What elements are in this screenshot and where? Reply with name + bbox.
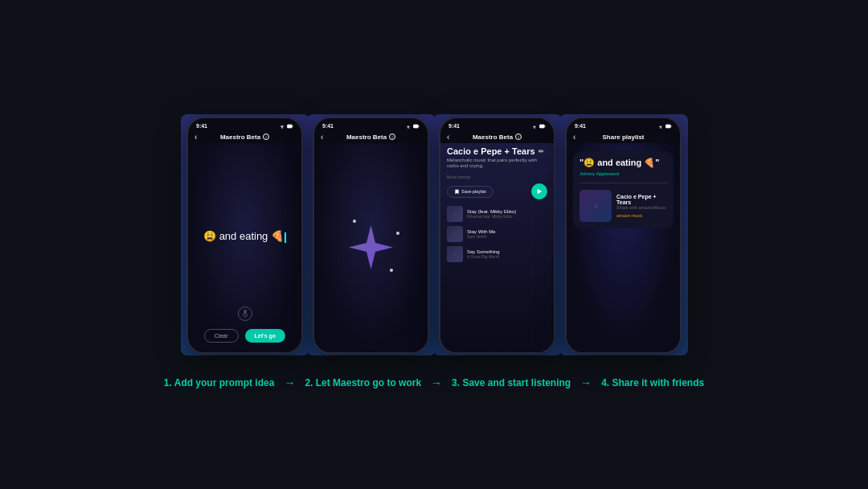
track-thumb-3: ♪ [447, 246, 463, 262]
phone-1-prompt: 😩 and eating 🍕 [203, 230, 286, 242]
save-playlist-button[interactable]: Save playlist [447, 186, 493, 198]
phone-1-time: 9:41 [196, 123, 207, 129]
phone-4-time: 9:41 [575, 123, 586, 129]
battery-icon-3 [539, 123, 546, 129]
sparkle-star [349, 225, 393, 269]
playlist-desc: Melancholic music that pairs perfectly w… [447, 158, 547, 171]
battery-icon [287, 123, 293, 129]
battery-icon-2 [413, 123, 420, 129]
phone-4-nav: ‹ Share playlist [567, 131, 680, 143]
phone-1-status-icons [279, 123, 293, 129]
svg-rect-3 [244, 310, 246, 314]
track-info-1: Stay (feat. Mikky Ekko) Rihanna feat. Mi… [467, 209, 547, 219]
phone-3: 9:41 ‹ Maestro Beta i Cacio e Pepe + Tea… [439, 117, 555, 354]
phones-row: 9:41 ‹ Maestro Beta i 😩 and eating 🍕 [186, 117, 682, 354]
step-1-text: 1. Add your prompt idea [164, 377, 275, 388]
sparkle-dot-2 [396, 232, 399, 235]
phone-1: 9:41 ‹ Maestro Beta i 😩 and eating 🍕 [186, 117, 303, 354]
svg-rect-1 [287, 125, 292, 128]
wifi-icon [279, 123, 285, 129]
step-4: 4. Share it with friends [601, 377, 704, 388]
track-info-3: Say Something A Great Big World [467, 249, 547, 259]
step-3-text: 3. Save and start listening [452, 377, 571, 388]
mic-icon[interactable] [238, 306, 252, 321]
phone-2-info: i [389, 134, 395, 140]
phone-2-nav: ‹ Maestro Beta i [314, 131, 428, 143]
phone-3-title: Maestro Beta [473, 134, 513, 141]
track-item-1: ♪ Stay (feat. Mikky Ekko) Rihanna feat. … [447, 206, 547, 222]
track-thumb-1: ♪ [447, 206, 463, 222]
phone-2-wrapper: 9:41 ‹ Maestro Beta i [313, 117, 429, 354]
phone-3-body: Cacio e Pepe + Tears ✏ Melancholic music… [440, 143, 554, 352]
phone-3-back[interactable]: ‹ [447, 133, 449, 142]
phone-1-body: 😩 and eating 🍕 Clear Let's go [188, 143, 301, 352]
step-1: 1. Add your prompt idea [164, 377, 275, 388]
step-2: 2. Let Maestro go to work [305, 377, 421, 388]
phone-3-wrapper: 9:41 ‹ Maestro Beta i Cacio e Pepe + Tea… [439, 117, 555, 354]
phone-2-title: Maestro Beta [346, 134, 387, 141]
phone-4-body: "😩 and eating 🍕" Johnny Appleseed ♫ Caci… [567, 143, 680, 352]
svg-rect-9 [539, 125, 544, 128]
sparkle-dot-1 [353, 220, 356, 223]
share-card: "😩 and eating 🍕" Johnny Appleseed ♫ Caci… [573, 151, 674, 228]
battery-icon-4 [665, 123, 672, 129]
phone-1-buttons: Clear Let's go [196, 329, 293, 343]
svg-rect-6 [413, 125, 418, 128]
clear-button[interactable]: Clear [204, 329, 239, 343]
phone-4-wrapper: 9:41 ‹ Share playlist "😩 and eating 🍕" [565, 117, 682, 354]
share-album-info: Cacio e Pepe + Tears Share with amazonMu… [616, 194, 667, 218]
share-album-sub: Share with amazonMusic [616, 205, 667, 210]
phone-3-info: i [515, 134, 522, 140]
phone-2-back[interactable]: ‹ [321, 133, 323, 142]
svg-rect-7 [419, 125, 420, 127]
track-list: ♪ Stay (feat. Mikky Ekko) Rihanna feat. … [447, 206, 547, 266]
phone-1-wrapper: 9:41 ‹ Maestro Beta i 😩 and eating 🍕 [186, 117, 303, 354]
playlist-actions: Save playlist [447, 183, 547, 199]
phone-2-notch [351, 118, 391, 129]
step-4-text: 4. Share it with friends [601, 377, 704, 388]
svg-point-0 [281, 128, 282, 129]
phone-3-status-icons [531, 123, 546, 129]
phone-1-back[interactable]: ‹ [194, 133, 197, 142]
phone-2-body [314, 143, 428, 352]
svg-point-12 [660, 128, 661, 129]
arrow-2: → [431, 376, 442, 389]
phone-4-back[interactable]: ‹ [573, 133, 575, 142]
svg-marker-11 [538, 189, 542, 194]
amazon-badge: amazon music [616, 213, 667, 218]
wifi-icon-4 [657, 123, 664, 129]
share-album-title: Cacio e Pepe + Tears [616, 194, 667, 205]
sparkle-dot-3 [390, 269, 393, 272]
arrow-1: → [284, 376, 295, 389]
phone-3-notch [477, 118, 518, 129]
svg-rect-10 [545, 125, 546, 127]
phone-2-status-icons [405, 123, 420, 129]
edit-icon[interactable]: ✏ [538, 148, 545, 154]
phone-2-time: 9:41 [322, 123, 334, 129]
svg-point-8 [534, 128, 534, 129]
play-button[interactable] [531, 183, 547, 199]
phone-3-nav: ‹ Maestro Beta i [440, 131, 554, 143]
phone-3-time: 9:41 [448, 123, 460, 129]
svg-rect-2 [293, 125, 293, 127]
wifi-icon-3 [531, 123, 538, 129]
mood-label: Mood prompt [447, 175, 547, 179]
steps-row: 1. Add your prompt idea → 2. Let Maestro… [0, 376, 868, 389]
arrow-3: → [580, 376, 592, 389]
phone-1-info: i [263, 134, 269, 140]
track-item-2: ♪ Stay With Me Sam Smith [447, 226, 547, 242]
play-icon [536, 188, 542, 195]
main-container: 9:41 ‹ Maestro Beta i 😩 and eating 🍕 [0, 0, 868, 489]
share-user: Johnny Appleseed [579, 171, 667, 176]
phone-2: 9:41 ‹ Maestro Beta i [313, 117, 429, 354]
divider [579, 183, 667, 183]
phone-4: 9:41 ‹ Share playlist "😩 and eating 🍕" [565, 117, 682, 354]
mic-svg [242, 310, 248, 318]
svg-rect-14 [671, 125, 672, 127]
track-info-2: Stay With Me Sam Smith [467, 229, 547, 239]
letsgo-button[interactable]: Let's go [245, 329, 286, 343]
step-2-text: 2. Let Maestro go to work [305, 377, 421, 388]
phone-4-title: Share playlist [602, 134, 644, 141]
phone-4-status-icons [657, 123, 672, 129]
bookmark-icon [454, 189, 460, 195]
